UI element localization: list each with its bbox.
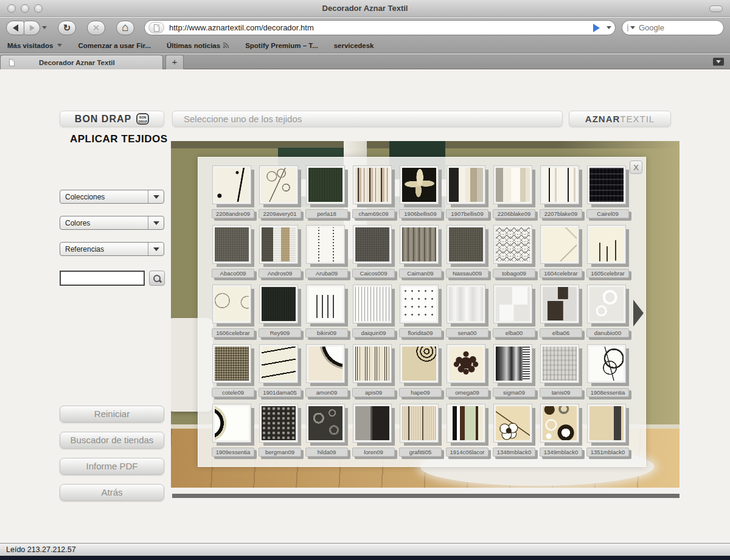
swatch-item[interactable]: apis09 — [352, 343, 398, 403]
swatch-item[interactable]: 1349mblack0 — [539, 403, 586, 462]
swatch-item[interactable]: 2206blake09 — [492, 164, 539, 224]
forward-button[interactable] — [24, 21, 40, 35]
url-input[interactable] — [169, 23, 593, 32]
web-search-bar[interactable] — [622, 20, 724, 35]
bondrap-brand-button[interactable]: BON DRAP BON DRAP — [60, 111, 164, 127]
history-dropdown-icon[interactable] — [42, 26, 47, 29]
swatch-image[interactable] — [400, 285, 438, 323]
swatch-image[interactable] — [353, 226, 391, 263]
swatch-item[interactable]: Cairel09 — [586, 164, 633, 224]
reload-button[interactable] — [58, 21, 76, 35]
swatch-item[interactable]: 1351mblack0 — [586, 403, 633, 462]
swatch-item[interactable]: 1901dama05 — [258, 343, 305, 403]
swatch-item[interactable]: elba06 — [539, 283, 586, 343]
swatch-image[interactable] — [494, 404, 532, 442]
swatch-image[interactable] — [541, 285, 579, 323]
aznar-brand-button[interactable]: AZNARTEXTIL — [569, 111, 671, 127]
swatch-image[interactable] — [307, 226, 344, 263]
swatch-image[interactable] — [447, 404, 485, 442]
swatch-image[interactable] — [588, 345, 625, 382]
bookmark-mas-visitados[interactable]: Más visitados — [7, 42, 62, 49]
swatch-item[interactable]: danubio00 — [586, 283, 633, 343]
back-button[interactable] — [6, 21, 24, 35]
swatch-item[interactable]: hape09 — [398, 343, 445, 403]
swatch-image[interactable] — [447, 345, 485, 382]
swatch-image[interactable] — [213, 226, 251, 263]
swatch-item[interactable]: tanis09 — [539, 343, 586, 403]
swatch-item[interactable]: bikini09 — [305, 283, 352, 343]
swatch-image[interactable] — [588, 404, 625, 442]
swatch-item[interactable]: Abaco009 — [211, 224, 258, 283]
bookmark-spotify[interactable]: Spotify Premium – T... — [245, 42, 318, 49]
swatch-image[interactable] — [541, 404, 579, 442]
swatch-item[interactable]: cham69c09 — [352, 164, 398, 224]
swatch-item[interactable]: sigma09 — [492, 343, 539, 403]
swatch-image[interactable] — [588, 166, 625, 204]
toolbar-toggle-button[interactable] — [709, 5, 723, 12]
swatch-item[interactable]: 1348mblack0 — [492, 403, 539, 462]
swatch-image[interactable] — [213, 166, 251, 204]
reference-search-button[interactable] — [149, 271, 165, 286]
swatch-item[interactable]: tobago09 — [492, 224, 539, 283]
swatch-image[interactable] — [588, 285, 625, 323]
swatch-item[interactable]: floridita09 — [398, 283, 445, 343]
swatch-image[interactable] — [213, 404, 251, 442]
swatch-image[interactable] — [213, 345, 251, 382]
swatch-item[interactable]: hilda09 — [305, 403, 352, 462]
swatch-image[interactable] — [447, 166, 485, 204]
swatch-image[interactable] — [260, 226, 297, 263]
swatch-image[interactable] — [260, 345, 297, 382]
atras-button[interactable]: Atrás — [60, 484, 164, 501]
swatch-item[interactable]: Nassau009 — [445, 224, 492, 283]
swatch-image[interactable] — [400, 345, 438, 382]
swatch-item[interactable]: daiquiri09 — [352, 283, 398, 343]
swatch-image[interactable] — [494, 226, 532, 263]
swatch-image[interactable] — [400, 226, 438, 263]
swatch-image[interactable] — [447, 285, 485, 323]
swatch-item[interactable]: 1605celebrar — [586, 224, 633, 283]
swatch-image[interactable] — [307, 345, 344, 382]
swatch-item[interactable]: Caiman09 — [398, 224, 445, 283]
url-dropdown-icon[interactable] — [607, 26, 611, 29]
bookmark-servicedesk[interactable]: servicedesk — [334, 42, 374, 49]
minimize-window-button[interactable] — [21, 4, 29, 13]
swatch-image[interactable] — [307, 285, 344, 323]
dropdown-referencias[interactable]: Referencias — [60, 242, 164, 256]
swatch-image[interactable] — [494, 285, 532, 323]
swatch-image[interactable] — [260, 166, 297, 204]
swatch-image[interactable] — [400, 404, 438, 442]
swatch-item[interactable]: 1907bellis09 — [445, 164, 492, 224]
buscador-de-tiendas-button[interactable]: Buscador de tiendas — [60, 432, 164, 449]
dropdown-colecciones[interactable]: Colecciones — [60, 190, 164, 204]
swatch-item[interactable]: 1604celebrar — [539, 224, 586, 283]
go-icon[interactable] — [593, 24, 600, 32]
swatch-image[interactable] — [353, 166, 391, 204]
swatch-image[interactable] — [494, 345, 532, 382]
swatch-image[interactable] — [588, 226, 625, 263]
reiniciar-button[interactable]: Reiniciar — [60, 406, 164, 423]
swatch-item[interactable]: amon09 — [305, 343, 352, 403]
swatch-item[interactable]: 1606celebrar — [211, 283, 258, 343]
swatch-item[interactable]: perla18 — [305, 164, 352, 224]
zoom-window-button[interactable] — [34, 4, 43, 13]
swatch-item[interactable]: 2207blake09 — [539, 164, 586, 224]
swatch-item[interactable]: Rey909 — [258, 283, 305, 343]
swatch-image[interactable] — [307, 404, 344, 442]
search-engine-dropdown-icon[interactable] — [630, 26, 635, 29]
swatch-image[interactable] — [353, 285, 391, 323]
reference-search-input[interactable] — [60, 271, 145, 286]
swatch-item[interactable]: omega09 — [445, 343, 492, 403]
swatch-image[interactable] — [494, 166, 532, 204]
swatch-item[interactable]: 1908essentia — [586, 343, 633, 403]
swatch-item[interactable]: 2208andre09 — [211, 164, 258, 224]
swatch-image[interactable] — [353, 404, 391, 442]
swatch-item[interactable]: 1906bellis09 — [398, 164, 445, 224]
swatch-item[interactable]: bergman09 — [258, 403, 305, 462]
swatch-image[interactable] — [541, 345, 579, 382]
bookmark-ultimas-noticias[interactable]: Últimas noticias — [167, 42, 229, 49]
stop-button[interactable] — [87, 21, 105, 35]
swatch-image[interactable] — [307, 166, 344, 204]
new-tab-button[interactable]: + — [165, 55, 184, 69]
swatch-image[interactable] — [447, 226, 485, 263]
swatch-item[interactable]: grafitti05 — [398, 403, 445, 462]
